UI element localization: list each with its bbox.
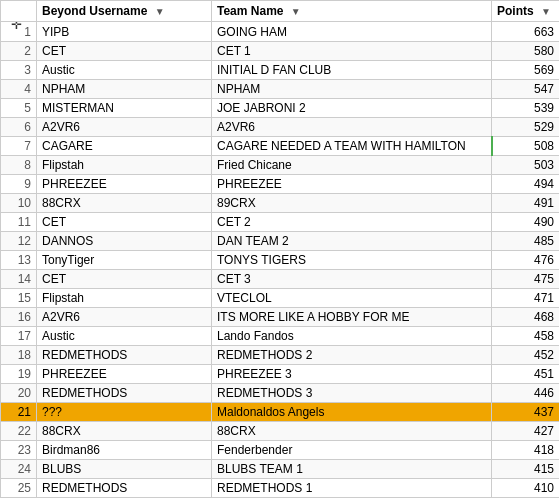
username-cell: Austic <box>37 61 212 80</box>
username-cell: NPHAM <box>37 80 212 99</box>
points-cell: 490 <box>492 213 560 232</box>
team-cell: Fenderbender <box>212 441 492 460</box>
points-cell: 458 <box>492 327 560 346</box>
username-cell: CET <box>37 213 212 232</box>
rank-cell: 4 <box>1 80 37 99</box>
username-cell: CAGARE <box>37 137 212 156</box>
team-cell: Maldonaldos Angels <box>212 403 492 422</box>
rank-cell: 15 <box>1 289 37 308</box>
team-cell: NPHAM <box>212 80 492 99</box>
rank-cell: 18 <box>1 346 37 365</box>
username-cell: Austic <box>37 327 212 346</box>
rank-cell: 25 <box>1 479 37 498</box>
points-cell: 452 <box>492 346 560 365</box>
rank-cell: 20 <box>1 384 37 403</box>
rank-cell: 11 <box>1 213 37 232</box>
rank-cell: ✛1 <box>1 22 37 42</box>
username-cell: REDMETHODS <box>37 479 212 498</box>
username-cell: MISTERMAN <box>37 99 212 118</box>
username-cell: DANNOS <box>37 232 212 251</box>
rank-cell: 8 <box>1 156 37 175</box>
rank-cell: 9 <box>1 175 37 194</box>
username-cell: A2VR6 <box>37 308 212 327</box>
rank-cell: 2 <box>1 42 37 61</box>
points-cell: 451 <box>492 365 560 384</box>
points-cell: 427 <box>492 422 560 441</box>
username-cell: REDMETHODS <box>37 384 212 403</box>
team-cell: 89CRX <box>212 194 492 213</box>
team-cell: REDMETHODS 3 <box>212 384 492 403</box>
username-cell: Flipstah <box>37 289 212 308</box>
rank-cell: 13 <box>1 251 37 270</box>
points-cell: 529 <box>492 118 560 137</box>
team-cell: A2VR6 <box>212 118 492 137</box>
team-cell: JOE JABRONI 2 <box>212 99 492 118</box>
username-cell: 88CRX <box>37 422 212 441</box>
rank-cell: 12 <box>1 232 37 251</box>
rank-cell: 19 <box>1 365 37 384</box>
rank-cell: 14 <box>1 270 37 289</box>
team-cell: CAGARE NEEDED A TEAM WITH HAMILTON <box>212 137 492 156</box>
rank-cell: 16 <box>1 308 37 327</box>
team-column-header[interactable]: Team Name ▼ <box>212 1 492 22</box>
team-cell: TONYS TIGERS <box>212 251 492 270</box>
points-cell: 547 <box>492 80 560 99</box>
points-cell: 476 <box>492 251 560 270</box>
rank-cell: 3 <box>1 61 37 80</box>
team-cell: VTECLOL <box>212 289 492 308</box>
team-cell: BLUBS TEAM 1 <box>212 460 492 479</box>
username-cell: A2VR6 <box>37 118 212 137</box>
points-cell: 508 <box>492 137 560 156</box>
team-cell: 88CRX <box>212 422 492 441</box>
rank-cell: 10 <box>1 194 37 213</box>
username-cell: Birdman86 <box>37 441 212 460</box>
points-cell: 471 <box>492 289 560 308</box>
move-cursor-icon[interactable]: ✛ <box>11 22 22 32</box>
rank-cell: 7 <box>1 137 37 156</box>
rank-cell: 21 <box>1 403 37 422</box>
points-cell: 418 <box>492 441 560 460</box>
team-cell: GOING HAM <box>212 22 492 42</box>
username-sort-icon[interactable]: ▼ <box>155 6 165 17</box>
points-cell: 491 <box>492 194 560 213</box>
leaderboard-table: Beyond Username ▼ Team Name ▼ Points ▼ ✛… <box>0 0 559 498</box>
points-column-header[interactable]: Points ▼ <box>492 1 560 22</box>
points-cell: 410 <box>492 479 560 498</box>
team-cell: CET 3 <box>212 270 492 289</box>
rank-column-header <box>1 1 37 22</box>
username-cell: CET <box>37 270 212 289</box>
points-sort-icon[interactable]: ▼ <box>541 6 551 17</box>
username-cell: PHREEZEE <box>37 365 212 384</box>
points-cell: 446 <box>492 384 560 403</box>
points-cell: 475 <box>492 270 560 289</box>
team-cell: CET 2 <box>212 213 492 232</box>
points-cell: 539 <box>492 99 560 118</box>
team-cell: Fried Chicane <box>212 156 492 175</box>
points-cell: 415 <box>492 460 560 479</box>
rank-cell: 23 <box>1 441 37 460</box>
username-column-header[interactable]: Beyond Username ▼ <box>37 1 212 22</box>
username-cell: PHREEZEE <box>37 175 212 194</box>
points-cell: 485 <box>492 232 560 251</box>
team-cell: CET 1 <box>212 42 492 61</box>
points-cell: 437 <box>492 403 560 422</box>
team-cell: PHREEZEE 3 <box>212 365 492 384</box>
username-cell: REDMETHODS <box>37 346 212 365</box>
rank-cell: 5 <box>1 99 37 118</box>
team-sort-icon[interactable]: ▼ <box>291 6 301 17</box>
points-cell: 580 <box>492 42 560 61</box>
username-cell: YIPB <box>37 22 212 42</box>
rank-cell: 17 <box>1 327 37 346</box>
team-cell: Lando Fandos <box>212 327 492 346</box>
team-cell: PHREEZEE <box>212 175 492 194</box>
username-cell: BLUBS <box>37 460 212 479</box>
team-cell: ITS MORE LIKE A HOBBY FOR ME <box>212 308 492 327</box>
username-cell: 88CRX <box>37 194 212 213</box>
rank-cell: 22 <box>1 422 37 441</box>
points-cell: 494 <box>492 175 560 194</box>
username-cell: ??? <box>37 403 212 422</box>
username-cell: Flipstah <box>37 156 212 175</box>
rank-number: 1 <box>24 25 31 39</box>
rank-cell: 24 <box>1 460 37 479</box>
username-cell: CET <box>37 42 212 61</box>
